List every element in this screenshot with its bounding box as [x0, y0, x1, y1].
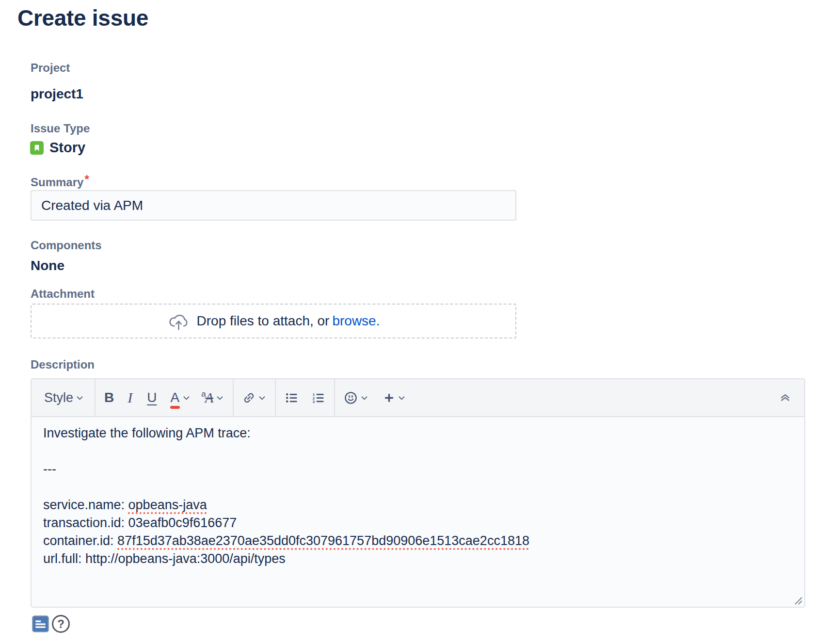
- plus-icon: [383, 392, 395, 404]
- emoji-button[interactable]: [344, 391, 368, 405]
- description-line: url.full: http://opbeans-java:3000/api/t…: [43, 550, 793, 568]
- description-line: container.id: 87f15d37ab38ae2370ae35dd0f…: [43, 532, 793, 550]
- description-line: transaction.id: 03eafb0c9f616677: [43, 514, 793, 532]
- numbered-list-button[interactable]: 123: [311, 391, 325, 405]
- issue-type-label: Issue Type: [31, 122, 90, 135]
- italic-button[interactable]: I: [128, 389, 132, 406]
- bullet-list-icon: [285, 391, 299, 405]
- toolbar-separator: [275, 379, 276, 416]
- collapse-toolbar-button[interactable]: [779, 391, 792, 404]
- summary-label: Summary: [31, 176, 83, 189]
- chevron-down-icon: [360, 394, 368, 402]
- svg-text:3: 3: [313, 400, 315, 404]
- issue-type-value: Story: [49, 140, 85, 156]
- description-line: Investigate the following APM trace:: [43, 424, 793, 442]
- question-mark-icon: ?: [57, 617, 64, 631]
- description-line: [43, 478, 793, 496]
- numbered-list-icon: 123: [311, 391, 325, 405]
- toolbar-separator: [334, 379, 335, 416]
- link-button[interactable]: [242, 391, 266, 404]
- summary-input[interactable]: [31, 190, 516, 221]
- text-color-swatch: [170, 406, 180, 409]
- text-mode-icon: [32, 615, 49, 632]
- link-icon: [240, 388, 258, 407]
- editor-footer: ?: [32, 615, 70, 633]
- more-formatting-label: A: [205, 390, 214, 405]
- description-label: Description: [31, 358, 95, 371]
- description-editor[interactable]: Investigate the following APM trace:---s…: [32, 417, 804, 607]
- browse-link[interactable]: browse.: [332, 313, 380, 329]
- story-bookmark-icon: [30, 141, 44, 155]
- text-color-chevron-icon[interactable]: [182, 394, 191, 402]
- cloud-upload-icon: [167, 311, 190, 331]
- description-editor-panel: Style B I U A aA: [31, 378, 805, 608]
- resize-handle[interactable]: [792, 595, 803, 605]
- underline-button[interactable]: U: [147, 390, 157, 405]
- bold-label: B: [104, 390, 114, 405]
- summary-label-row: Summary*: [31, 173, 89, 189]
- underline-label: U: [147, 390, 157, 405]
- required-indicator: *: [84, 173, 89, 186]
- text-mode-toggle-button[interactable]: [32, 615, 49, 632]
- description-line: service.name: opbeans-java: [43, 496, 793, 514]
- page-title: Create issue: [17, 5, 148, 31]
- editor-toolbar: Style B I U A aA: [32, 379, 804, 417]
- issue-type-value-row: Story: [30, 140, 85, 156]
- help-button[interactable]: ?: [52, 615, 70, 633]
- project-label: Project: [31, 61, 70, 75]
- insert-more-button[interactable]: [383, 392, 406, 404]
- description-line: ---: [43, 460, 793, 478]
- emoji-smiley-icon: [344, 391, 358, 405]
- toolbar-separator: [95, 379, 96, 416]
- bold-button[interactable]: B: [104, 390, 114, 405]
- attachment-dropzone[interactable]: Drop files to attach, or browse.: [31, 304, 516, 338]
- style-dropdown-label: Style: [44, 390, 73, 405]
- chevrons-up-icon: [779, 391, 792, 404]
- bullet-list-button[interactable]: [285, 391, 299, 405]
- components-value: None: [31, 258, 64, 274]
- chevron-down-icon: [76, 394, 84, 402]
- chevron-down-icon: [398, 394, 406, 402]
- text-color-label: A: [171, 390, 180, 405]
- chevron-down-icon: [258, 394, 266, 402]
- more-formatting-button[interactable]: aA: [201, 389, 224, 406]
- chevron-down-icon: [216, 394, 224, 402]
- text-color-button[interactable]: A: [171, 390, 180, 405]
- project-value: project1: [31, 86, 83, 102]
- dropzone-text: Drop files to attach, or: [197, 313, 330, 329]
- description-line: [43, 442, 793, 460]
- components-label: Components: [31, 239, 102, 252]
- attachment-label: Attachment: [31, 287, 95, 301]
- style-dropdown-button[interactable]: Style: [44, 390, 84, 405]
- toolbar-separator: [233, 379, 234, 416]
- italic-label: I: [128, 389, 132, 406]
